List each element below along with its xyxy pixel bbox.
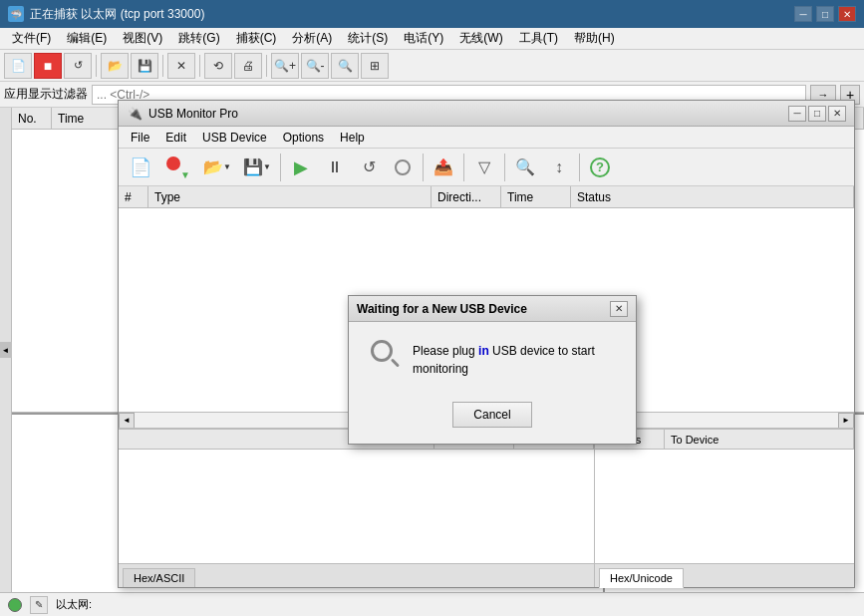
- filter-label: 应用显示过滤器: [4, 86, 88, 103]
- new-capture-button[interactable]: 📄: [4, 53, 32, 79]
- usb-maximize-button[interactable]: □: [808, 106, 826, 122]
- wireshark-statusbar: ✎ 以太网:: [0, 592, 864, 616]
- usb-window-controls: ─ □ ✕: [788, 106, 846, 122]
- menu-phone[interactable]: 电话(Y): [396, 28, 451, 49]
- zoom-out-button[interactable]: 🔍-: [301, 53, 329, 79]
- close-button[interactable]: ✕: [838, 6, 856, 22]
- usb-send-button[interactable]: 📤: [428, 153, 459, 182]
- menu-help[interactable]: 帮助(H): [566, 28, 623, 49]
- usb-lower-table: To Device From Device: [119, 430, 594, 563]
- dialog-message-highlight: in: [478, 344, 489, 358]
- stop-capture-button[interactable]: ■: [34, 53, 62, 79]
- dialog-footer: Cancel: [349, 394, 636, 444]
- usb-sep-2: [423, 154, 424, 181]
- toolbar-sep-2: [162, 55, 163, 77]
- usb-table-header: # Type Directi... Time Status: [119, 186, 854, 208]
- zoom-reset-button[interactable]: 🔍: [331, 53, 359, 79]
- dialog-message: Please plug in USB device to start monit…: [413, 338, 616, 378]
- dialog-search-icon: [369, 338, 401, 370]
- collapse-arrow[interactable]: ◄: [0, 342, 12, 358]
- dialog-message-pre: Please plug: [413, 344, 478, 358]
- usb-lower-right-table: Address To Device: [595, 430, 854, 563]
- menu-view[interactable]: 视图(V): [115, 28, 170, 49]
- usb-save-button[interactable]: 💾▼: [238, 153, 276, 182]
- usb-sep-1: [280, 154, 281, 181]
- wireshark-toolbar: 📄 ■ ↺ 📂 💾 ✕ ⟲ 🖨 🔍+ 🔍- 🔍 ⊞: [0, 50, 864, 82]
- usb-record-button[interactable]: ▼: [158, 153, 196, 182]
- scroll-right-button[interactable]: ►: [838, 413, 854, 429]
- usb-lower-left-tabs: Hex/ASCII: [119, 563, 594, 587]
- col-time[interactable]: Time: [52, 108, 122, 129]
- usb-menu-file[interactable]: File: [123, 129, 157, 147]
- reload-button[interactable]: ⟲: [204, 53, 232, 79]
- tab-hex-unicode[interactable]: Hex/Unicode: [599, 568, 684, 588]
- usb-search-button[interactable]: 🔍: [509, 153, 541, 182]
- zoom-fit-button[interactable]: ⊞: [361, 53, 389, 79]
- usb-filter-button[interactable]: ▽: [468, 153, 500, 182]
- zoom-in-button[interactable]: 🔍+: [271, 53, 299, 79]
- usb-lower-right-body: [595, 450, 854, 563]
- usb-pause-button[interactable]: ⏸: [319, 153, 351, 182]
- usb-menubar: File Edit USB Device Options Help: [119, 127, 854, 149]
- menu-capture[interactable]: 捕获(C): [228, 28, 285, 49]
- usb-menu-device[interactable]: USB Device: [194, 129, 275, 147]
- col-no[interactable]: No.: [12, 108, 52, 129]
- usb-col-num[interactable]: #: [119, 186, 148, 207]
- usb-col-type[interactable]: Type: [148, 186, 432, 207]
- print-button[interactable]: 🖨: [234, 53, 262, 79]
- profile-button[interactable]: ✎: [30, 596, 48, 614]
- wireshark-window-controls: ─ □ ✕: [794, 6, 856, 22]
- usb-sort-button[interactable]: ↕: [543, 153, 575, 182]
- usb-new-button[interactable]: 📄: [125, 153, 156, 182]
- usb-col-dir[interactable]: Directi...: [432, 186, 501, 207]
- open-file-button[interactable]: 📂: [101, 53, 129, 79]
- restart-capture-button[interactable]: ↺: [64, 53, 92, 79]
- usb-col-time[interactable]: Time: [501, 186, 571, 207]
- usb-data-panel: To Device From Device Hex/ASCII: [119, 430, 595, 587]
- dialog-close-button[interactable]: ✕: [610, 301, 628, 317]
- usb-titlebar: 🔌 USB Monitor Pro ─ □ ✕: [119, 101, 854, 127]
- minimize-button[interactable]: ─: [794, 6, 812, 22]
- usb-col-status[interactable]: Status: [571, 186, 854, 207]
- usb-lower-panels: To Device From Device Hex/ASCII Address …: [119, 428, 854, 587]
- menu-go[interactable]: 跳转(G): [170, 28, 227, 49]
- usb-minimize-button[interactable]: ─: [788, 106, 806, 122]
- tab-hex-ascii[interactable]: Hex/ASCII: [123, 568, 195, 587]
- wireshark-icon: 🦈: [8, 6, 24, 22]
- usb-close-button[interactable]: ✕: [828, 106, 846, 122]
- usb-sep-3: [463, 154, 464, 181]
- cancel-button[interactable]: Cancel: [452, 402, 532, 428]
- usb-menu-help[interactable]: Help: [332, 129, 373, 147]
- save-file-button[interactable]: 💾: [131, 53, 158, 79]
- status-text: 以太网:: [56, 597, 856, 612]
- menu-wireless[interactable]: 无线(W): [451, 28, 510, 49]
- scroll-left-button[interactable]: ◄: [119, 413, 135, 429]
- usb-right-panel: Address To Device Hex/Unicode: [595, 430, 854, 587]
- dialog-body: Please plug in USB device to start monit…: [349, 322, 636, 394]
- menu-analyze[interactable]: 分析(A): [284, 28, 340, 49]
- usb-monitor-window: 🔌 USB Monitor Pro ─ □ ✕ File Edit USB De…: [118, 100, 855, 588]
- wireshark-menubar: 文件(F) 编辑(E) 视图(V) 跳转(G) 捕获(C) 分析(A) 统计(S…: [0, 28, 864, 50]
- usb-play-button[interactable]: ▶: [285, 153, 317, 182]
- usb-lower-body: [119, 450, 594, 563]
- toolbar-sep-3: [199, 55, 200, 77]
- usb-toolbar: 📄 ▼ 📂▼ 💾▼ ▶ ⏸: [119, 149, 854, 186]
- usb-monitor-title: USB Monitor Pro: [148, 107, 782, 121]
- usb-sep-4: [504, 154, 505, 181]
- right-col-to-device[interactable]: To Device: [665, 430, 854, 449]
- menu-edit[interactable]: 编辑(E): [59, 28, 115, 49]
- menu-tools[interactable]: 工具(T): [511, 28, 566, 49]
- close-file-button[interactable]: ✕: [167, 53, 195, 79]
- usb-stop-button[interactable]: [387, 153, 419, 182]
- usb-help-button[interactable]: ?: [584, 153, 616, 182]
- maximize-button[interactable]: □: [816, 6, 834, 22]
- usb-restart-button[interactable]: ↺: [353, 153, 385, 182]
- usb-open-button[interactable]: 📂▼: [198, 153, 236, 182]
- usb-lower-right-tabs: Hex/Unicode: [595, 563, 854, 587]
- menu-file[interactable]: 文件(F): [4, 28, 59, 49]
- usb-menu-options[interactable]: Options: [275, 129, 332, 147]
- usb-monitor-icon: 🔌: [127, 106, 143, 122]
- usb-menu-edit[interactable]: Edit: [157, 129, 194, 147]
- menu-stats[interactable]: 统计(S): [340, 28, 396, 49]
- dialog-titlebar: Waiting for a New USB Device ✕: [349, 296, 636, 322]
